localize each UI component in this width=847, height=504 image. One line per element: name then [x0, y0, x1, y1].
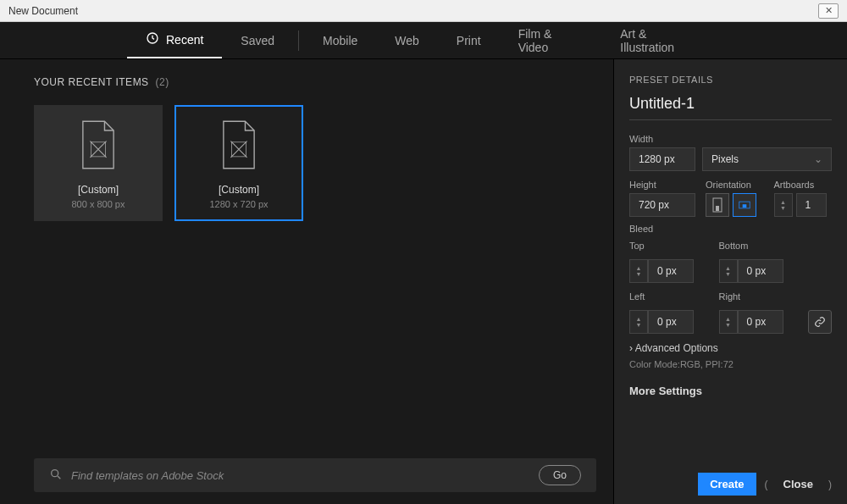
orientation-landscape[interactable]	[733, 193, 756, 217]
search-icon	[49, 468, 63, 484]
color-mode-text: Color Mode:RGB, PPI:72	[629, 359, 832, 369]
preset-details-panel: PRESET DETAILS Untitled-1 Width 1280 px …	[613, 59, 847, 504]
presets-panel: YOUR RECENT ITEMS (2) [Custom] 800 x 800…	[0, 59, 613, 504]
main-area: YOUR RECENT ITEMS (2) [Custom] 800 x 800…	[0, 59, 847, 504]
orientation-portrait[interactable]	[706, 193, 729, 217]
search-bar: Find templates on Adobe Stock Go	[34, 458, 596, 492]
svg-point-3	[52, 469, 58, 476]
document-icon	[75, 118, 121, 172]
advanced-options-toggle[interactable]: › Advanced Options	[629, 342, 832, 354]
bleed-top-label: Top	[629, 241, 711, 251]
preset-card-dimensions: 800 x 800 px	[72, 199, 125, 209]
more-settings-button[interactable]: More Settings	[629, 385, 832, 397]
recent-count: (2)	[155, 76, 169, 88]
height-input[interactable]: 720 px	[629, 193, 695, 217]
preset-card-dimensions: 1280 x 720 px	[209, 199, 268, 209]
bleed-right-input[interactable]: 0 px	[738, 310, 783, 334]
close-button[interactable]: Close	[777, 473, 820, 496]
preset-details-heading: PRESET DETAILS	[629, 75, 832, 85]
clock-icon	[146, 31, 159, 47]
tab-print[interactable]: Print	[438, 22, 500, 58]
bleed-right-label: Right	[719, 291, 800, 302]
tab-art-illustration[interactable]: Art & Illustration	[601, 22, 720, 58]
go-button[interactable]: Go	[539, 465, 581, 485]
preset-card[interactable]: [Custom] 800 x 800 px	[34, 105, 163, 221]
portrait-icon	[711, 197, 723, 213]
chevron-down-icon: ⌄	[814, 153, 822, 165]
recent-cards: [Custom] 800 x 800 px [Custom] 1280 x 72…	[34, 105, 596, 221]
new-document-dialog: New Document ✕ Recent Saved Mobile Web P…	[0, 0, 847, 504]
recent-items-heading: YOUR RECENT ITEMS (2)	[34, 76, 596, 88]
close-icon: ✕	[825, 5, 833, 16]
bleed-bottom-label: Bottom	[719, 241, 800, 251]
tab-film-video[interactable]: Film & Video	[500, 22, 602, 58]
search-input[interactable]: Find templates on Adobe Stock	[49, 468, 527, 484]
artboards-input[interactable]: 1	[796, 193, 827, 217]
orientation-label: Orientation	[706, 180, 764, 190]
svg-rect-7	[743, 204, 747, 208]
bleed-top-input[interactable]: 0 px	[648, 259, 694, 283]
create-button[interactable]: Create	[698, 473, 756, 496]
bleed-bottom-input[interactable]: 0 px	[738, 259, 783, 283]
preset-card-title: [Custom]	[78, 184, 119, 196]
preset-card-title: [Custom]	[219, 184, 259, 196]
chevron-right-icon: ›	[629, 342, 633, 354]
bleed-label: Bleed	[629, 224, 832, 234]
bleed-left-label: Left	[629, 291, 711, 302]
link-icon	[814, 316, 826, 328]
width-input[interactable]: 1280 px	[629, 147, 695, 171]
tab-recent-label: Recent	[166, 33, 203, 47]
tab-recent[interactable]: Recent	[127, 22, 222, 58]
window-close-button[interactable]: ✕	[818, 3, 839, 19]
unit-select[interactable]: Pixels ⌄	[702, 147, 832, 171]
tab-saved[interactable]: Saved	[222, 22, 293, 58]
svg-rect-5	[716, 206, 719, 211]
link-bleed-button[interactable]	[808, 310, 832, 334]
landscape-icon	[739, 197, 750, 213]
bleed-top-stepper[interactable]: ▲▼	[629, 259, 648, 283]
width-label: Width	[629, 134, 832, 144]
category-tabs: Recent Saved Mobile Web Print Film & Vid…	[0, 22, 847, 59]
window-title: New Document	[8, 5, 78, 17]
height-label: Height	[629, 180, 695, 190]
bleed-left-stepper[interactable]: ▲▼	[629, 310, 648, 334]
bleed-left-input[interactable]: 0 px	[648, 310, 694, 334]
footer-buttons: Create ( Close )	[629, 473, 832, 496]
titlebar: New Document ✕	[0, 0, 847, 22]
preset-card-selected[interactable]: [Custom] 1280 x 720 px	[174, 105, 303, 221]
bleed-right-stepper[interactable]: ▲▼	[719, 310, 738, 334]
artboards-stepper[interactable]: ▲▼	[774, 193, 793, 217]
tab-web[interactable]: Web	[376, 22, 438, 58]
document-icon	[216, 118, 262, 172]
search-placeholder: Find templates on Adobe Stock	[71, 469, 224, 482]
artboards-label: Artboards	[774, 180, 833, 190]
document-name-field[interactable]: Untitled-1	[629, 95, 832, 120]
tab-mobile[interactable]: Mobile	[304, 22, 376, 58]
tab-separator	[298, 30, 299, 51]
bleed-bottom-stepper[interactable]: ▲▼	[719, 259, 738, 283]
